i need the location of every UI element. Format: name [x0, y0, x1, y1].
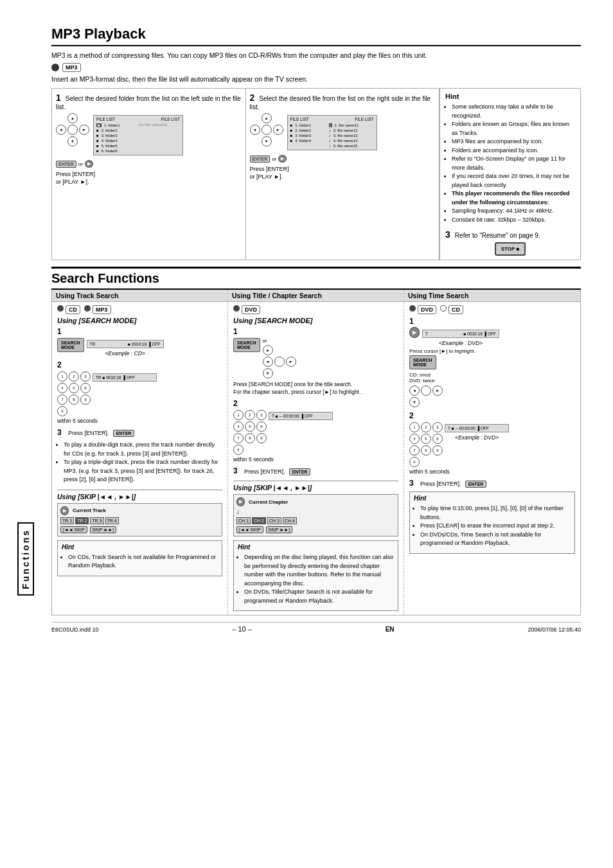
col2-number-pad: 1 2 3 4 5 6 7 8: [233, 410, 267, 455]
nav-down-2: ▼: [262, 136, 272, 146]
col2-header: Using Title / Chapter Search: [228, 290, 404, 302]
current-track-label: Current Track: [73, 508, 106, 513]
hint-item-5: Refer to "On-Screen Display" on page 11 …: [452, 155, 575, 172]
col2-screen-row: T ■ -- 00:00:00 ▐ OFF: [272, 414, 330, 418]
hint-title: Hint: [445, 93, 575, 100]
file-icon2-3: ♪: [329, 134, 331, 137]
col3-play-btn: ▶: [409, 327, 420, 338]
col2-step1-content: SEARCHMODE or ▲ ◄ ►: [233, 338, 398, 378]
col3-step1: 1 ▶ T ■ 0010:18 ▐ OFF: [409, 317, 575, 407]
file-row2-2: ♪2. file name12: [329, 128, 374, 133]
col3-step1-num: 1: [409, 317, 418, 326]
press-enter-label-2: Press [ENTER]: [250, 166, 289, 172]
screen-right: FILE LIST FILE LIST ■1. folder1 ■2. fold…: [287, 115, 377, 150]
col3-num-7: 7: [409, 445, 420, 456]
col3-example: <Example : DVD>: [422, 340, 499, 346]
hint-item-7: Sampling frequency: 44.1kHz or 48kHz.: [452, 207, 575, 216]
folder-list-2: ■1. folder1 ■2. folder2 ■3. folder3 ■4. …: [290, 123, 328, 148]
col3-screen-row: T ■ -- 00:00:00 ▐ OFF: [448, 426, 506, 430]
current-chapter-label: Current Chapter: [249, 499, 288, 505]
col2-step2: 2 1 2 3 4 5 6: [233, 399, 398, 463]
col2-badges: DVD: [233, 305, 398, 314]
intro-text: MP3 is a method of compressing files. Yo…: [51, 51, 581, 59]
col2-hint-title: Hint: [238, 544, 394, 551]
nav-up-2: ▲: [262, 113, 272, 123]
nav-down: ▼: [67, 136, 78, 146]
col1-badges: CD MP3: [57, 305, 222, 314]
col3-num-8: 8: [421, 445, 431, 456]
skip-back-btn: |◄◄ SKIP: [60, 526, 87, 533]
mp3-badge: MP3: [62, 63, 81, 72]
folder-list: ■1. folder1 ■2. folder2 ■3. folder3 ■4. …: [96, 123, 138, 154]
col1-step3: 3 Press [ENTER]. ENTER: [57, 428, 222, 437]
time-search-col: Using Time Search DVD CD 1 ▶: [404, 290, 580, 615]
col1-step1-content: SEARCHMODE TR ■ 0010:18 ▐ OFF <Example :…: [57, 338, 222, 357]
folder-row2-2: ■2. folder2: [290, 128, 328, 133]
folder-icon-3: ■: [96, 134, 99, 137]
num-6: 6: [80, 383, 91, 393]
col3-step1-screen-area: T ■ 0010:18 ▐ OFF <Example : DVD>: [422, 328, 499, 346]
enter-button-step2: ENTER: [250, 155, 271, 163]
file-icon2-2: ♪: [329, 128, 331, 132]
col2-num-3: 3: [256, 410, 267, 420]
screen-columns: ■1. folder1 ■2. folder2 ■3. folder3 ■4. …: [96, 123, 180, 154]
col2-num-7: 7: [233, 433, 244, 443]
hint-item-3: MP3 files are accompanied by icon.: [452, 137, 575, 146]
skip-chapters-row: CH 1 CH 2 CH 3 CH 4: [236, 517, 395, 524]
col3-num-0: 0: [409, 457, 420, 467]
stop-button: STOP ■: [495, 242, 526, 256]
enter-btn-col2: ENTER: [289, 468, 311, 475]
screen-title-left-2: FILE LIST: [290, 117, 309, 121]
num-9: 9: [80, 394, 91, 405]
ch-2: CH 2: [252, 517, 266, 524]
num-row4: 0: [57, 406, 91, 416]
disc-icon-2: [84, 305, 91, 312]
folder-name-3: 3. folder3: [102, 134, 118, 137]
col1-step2-screen-row: TR ■ 0010:18 ▐ OFF: [96, 375, 154, 380]
col3-within-seconds: within 5 seconds: [409, 468, 575, 475]
nav-right-2: ►: [273, 125, 283, 135]
col3-number-pad: 1 2 3 4 5 6 7 8: [409, 422, 443, 467]
screen-left: FILE LIST FILE LIST ■1. folder1 ■2. fold…: [93, 115, 183, 155]
col1-within-seconds: within 5 seconds: [57, 418, 222, 424]
col1-hint-list: On CDs, Track Search is not available fo…: [62, 553, 218, 571]
col2-search-mode-btn: SEARCHMODE: [233, 338, 260, 352]
col2-num-0: 0: [233, 445, 244, 455]
track-search-col: Using Track Search CD MP3 Using [SEARCH …: [52, 290, 228, 615]
col3-num-6: 6: [432, 434, 443, 444]
col3-hint-block: Hint To play time 0:15:00, press [1], [5…: [409, 492, 575, 554]
col3-step2: 2 1 2 3 4 5 6: [409, 411, 575, 475]
hint-list: Some selections may take a while to be r…: [445, 103, 575, 224]
nav-control-left: ▲ ◄ ► ▼: [56, 113, 89, 146]
col1-step2-buttons: 1 2 3 4 5 6 7 8: [57, 371, 222, 416]
col3-search-mode-area: SEARCHMODE: [409, 355, 575, 371]
search-mode-area: SEARCHMODE: [57, 338, 84, 353]
col3-step2-screen: T ■ -- 00:00:00 ▐ OFF: [445, 424, 509, 432]
en-label: EN: [386, 626, 395, 633]
skip-btns-row: |◄◄ SKIP SKIP ►►|: [60, 526, 219, 533]
number-pad-left: 1 2 3 4 5 6 7 8: [57, 371, 91, 416]
col2-num-2: 2: [245, 410, 255, 420]
col3-step3: 3 Press [ENTER]. ENTER: [409, 479, 575, 488]
page-title: MP3 Playback: [51, 26, 581, 46]
col3-cd-once: CD: once: [409, 372, 575, 378]
or-play-label: or [PLAY ►].: [56, 179, 89, 185]
step2-content: ▲ ◄ ► ▼ FILE LIST FILE LIST: [250, 113, 436, 152]
file-icon2-1: ♪: [329, 123, 332, 127]
col3-num-row3: 7 8 9: [409, 445, 443, 456]
col2-num-8: 8: [245, 433, 255, 443]
col1-hint-title: Hint: [62, 544, 218, 551]
functions-label: Functions: [17, 522, 34, 596]
hint-item-8: Constant bit rate: 32kbps – 320kbps.: [452, 216, 575, 225]
col3-screen-header: T ■ 0010:18 ▐ OFF: [425, 332, 496, 336]
folder-name-2: 2. folder2: [102, 128, 118, 132]
step2-desc: Select the desired file from the list on…: [250, 95, 431, 111]
step1-enter-area: ENTER or ▶: [56, 160, 242, 168]
file-name2-4: 4. file name14: [333, 139, 358, 143]
col1-step2: 2 1 2 3 4 5 6: [57, 360, 222, 424]
num-3: 3: [80, 371, 91, 382]
col1-bullets: To play a double-digit track, press the …: [57, 441, 222, 484]
file-icon2-5: ♪: [329, 144, 331, 148]
col3-dvd-twice: DVD: twice: [409, 378, 575, 384]
or-play-label-2: or [PLAY ►].: [250, 173, 283, 180]
